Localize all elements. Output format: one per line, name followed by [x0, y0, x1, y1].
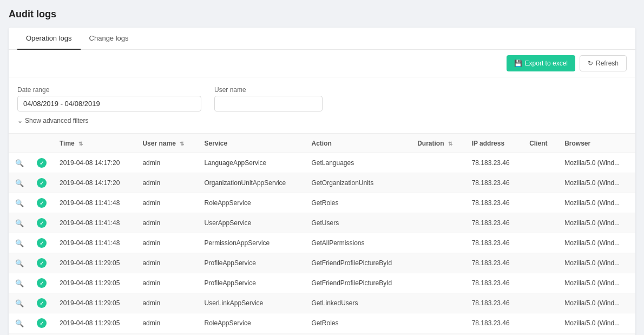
username-sort-icon[interactable]: ⇅ [180, 141, 184, 147]
username-label: User name [214, 86, 323, 94]
row-search-icon[interactable]: 🔍 [9, 333, 30, 336]
col-browser: Browser [558, 134, 635, 153]
row-search-icon[interactable]: 🔍 [9, 213, 30, 233]
date-range-input[interactable] [17, 96, 201, 111]
row-time: 2019-04-08 11:29:05 [53, 253, 136, 273]
row-client [523, 253, 558, 273]
row-search-icon[interactable]: 🔍 [9, 153, 30, 173]
row-duration [411, 273, 465, 293]
row-ip: 78.183.23.46 [465, 173, 523, 193]
row-browser: Mozilla/5.0 (Wind... [558, 333, 635, 336]
row-status-icon [30, 153, 53, 173]
row-service: RoleAppService [198, 193, 305, 213]
chevron-down-icon: ⌄ [17, 117, 23, 124]
row-browser: Mozilla/5.0 (Wind... [558, 313, 635, 333]
row-service: ProfileAppService [198, 273, 305, 293]
table-row: 🔍 2019-04-08 11:29:05 admin ProfileAppSe… [9, 273, 635, 293]
row-browser: Mozilla/5.0 (Wind... [558, 193, 635, 213]
table-row: 🔍 2019-04-08 11:29:05 admin ProfileAppSe… [9, 253, 635, 273]
row-service: OrganizationUnitAppService [198, 173, 305, 193]
time-sort-icon[interactable]: ⇅ [78, 141, 83, 147]
row-time: 2019-04-08 14:17:20 [53, 153, 136, 173]
row-username: admin [136, 173, 198, 193]
row-client [523, 173, 558, 193]
page-title: Audit logs [9, 9, 635, 20]
refresh-button[interactable]: ↻ Refresh [580, 55, 627, 71]
export-icon: 💾 [514, 60, 522, 67]
table-row: 🔍 2019-04-08 11:41:48 admin PermissionAp… [9, 233, 635, 253]
table-row: 🔍 2019-04-08 11:29:05 admin RoleAppServi… [9, 313, 635, 333]
row-duration [411, 233, 465, 253]
col-time: Time ⇅ [53, 134, 136, 153]
col-search [9, 134, 30, 153]
export-button[interactable]: 💾 Export to excel [507, 55, 575, 71]
row-client [523, 333, 558, 336]
username-input[interactable] [214, 96, 323, 111]
row-ip: 78.183.23.46 [465, 253, 523, 273]
row-search-icon[interactable]: 🔍 [9, 313, 30, 333]
row-ip: 78.183.23.46 [465, 213, 523, 233]
row-ip: 78.183.23.46 [465, 233, 523, 253]
username-group: User name [214, 86, 323, 111]
table-row: 🔍 2019-04-08 11:41:48 admin UserAppServi… [9, 213, 635, 233]
row-username: admin [136, 333, 198, 336]
row-time: 2019-04-08 11:41:48 [53, 213, 136, 233]
row-ip: 78.183.23.46 [465, 333, 523, 336]
show-advanced-filters[interactable]: ⌄ Show advanced filters [17, 117, 627, 124]
row-time: 2019-04-08 14:17:20 [53, 173, 136, 193]
row-search-icon[interactable]: 🔍 [9, 273, 30, 293]
table-row: 🔍 2019-04-08 11:29:05 admin UserLinkAppS… [9, 293, 635, 313]
row-action: GetUsers [305, 213, 411, 233]
col-duration: Duration ⇅ [411, 134, 465, 153]
row-client [523, 273, 558, 293]
row-duration [411, 213, 465, 233]
row-username: admin [136, 253, 198, 273]
col-username: User name ⇅ [136, 134, 198, 153]
row-ip: 78.183.23.46 [465, 313, 523, 333]
row-ip: 78.183.23.46 [465, 153, 523, 173]
row-time: 2019-04-08 11:29:05 [53, 313, 136, 333]
col-client: Client [523, 134, 558, 153]
row-search-icon[interactable]: 🔍 [9, 253, 30, 273]
row-action: GetLanguages [305, 153, 411, 173]
row-browser: Mozilla/5.0 (Wind... [558, 153, 635, 173]
row-status-icon [30, 233, 53, 253]
row-browser: Mozilla/5.0 (Wind... [558, 273, 635, 293]
row-username: admin [136, 233, 198, 253]
row-service: LanguageAppService [198, 153, 305, 173]
col-service: Service [198, 134, 305, 153]
row-service: UserAppService [198, 333, 305, 336]
row-search-icon[interactable]: 🔍 [9, 233, 30, 253]
row-browser: Mozilla/5.0 (Wind... [558, 233, 635, 253]
row-time: 2019-04-08 11:29:05 [53, 293, 136, 313]
row-service: UserAppService [198, 213, 305, 233]
row-duration [411, 193, 465, 213]
row-action: GetFriendProfilePictureById [305, 273, 411, 293]
row-search-icon[interactable]: 🔍 [9, 193, 30, 213]
row-status-icon [30, 273, 53, 293]
filters-section: Date range User name ⌄ Show advanced fil… [9, 77, 635, 134]
table-row: 🔍 2019-04-08 14:17:20 admin LanguageAppS… [9, 153, 635, 173]
date-range-label: Date range [17, 86, 201, 94]
row-browser: Mozilla/5.0 (Wind... [558, 213, 635, 233]
tab-operation-logs[interactable]: Operation logs [17, 28, 81, 50]
tab-change-logs[interactable]: Change logs [81, 28, 137, 50]
refresh-icon: ↻ [588, 60, 593, 67]
row-username: admin [136, 213, 198, 233]
row-action: GetAllPermissions [305, 233, 411, 253]
row-action: GetRoles [305, 313, 411, 333]
row-client [523, 193, 558, 213]
row-time: 2019-04-08 11:41:48 [53, 193, 136, 213]
row-status-icon [30, 313, 53, 333]
col-action: Action [305, 134, 411, 153]
row-username: admin [136, 153, 198, 173]
row-client [523, 233, 558, 253]
row-search-icon[interactable]: 🔍 [9, 173, 30, 193]
row-status-icon [30, 253, 53, 273]
duration-sort-icon[interactable]: ⇅ [448, 141, 452, 147]
row-status-icon [30, 333, 53, 336]
row-browser: Mozilla/5.0 (Wind... [558, 173, 635, 193]
row-client [523, 213, 558, 233]
row-search-icon[interactable]: 🔍 [9, 293, 30, 313]
row-ip: 78.183.23.46 [465, 193, 523, 213]
